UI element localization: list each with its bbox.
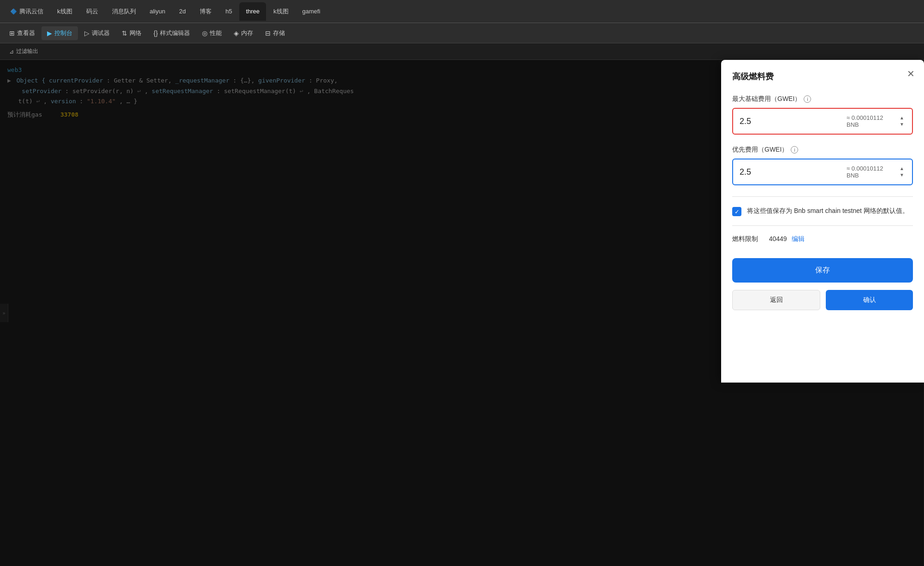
- memory-icon: ◈: [234, 29, 239, 37]
- modal-close-button[interactable]: ✕: [905, 67, 917, 80]
- save-button[interactable]: 保存: [732, 258, 913, 283]
- toolbar-performance[interactable]: ◎ 性能: [196, 26, 227, 40]
- priority-fee-up-button[interactable]: ▲: [898, 166, 906, 171]
- fuel-limit-row: 燃料限制 40449 编辑: [732, 235, 913, 243]
- storage-icon: ⊟: [265, 29, 271, 37]
- viewer-icon: ⊞: [9, 29, 15, 37]
- modal-overlay: 高级燃料费 ✕ 最大基础费用（GWEI） i ≈ 0.00010112 BNB …: [0, 60, 924, 566]
- toolbar-viewer[interactable]: ⊞ 查看器: [4, 26, 41, 40]
- save-defaults-checkbox[interactable]: ✓: [732, 207, 741, 216]
- toolbar-memory[interactable]: ◈ 内存: [228, 26, 259, 40]
- priority-fee-input[interactable]: [740, 167, 847, 177]
- debugger-icon: ▷: [84, 29, 89, 37]
- max-base-fee-info-icon[interactable]: i: [804, 95, 811, 103]
- filter-bar: ⊿ 过滤输出: [0, 43, 924, 60]
- priority-fee-spinner: ▲ ▼: [898, 166, 906, 178]
- tab-blog[interactable]: 博客: [193, 2, 218, 21]
- priority-fee-info-icon[interactable]: i: [791, 146, 798, 153]
- toolbar-debugger[interactable]: ▷ 调试器: [79, 26, 115, 40]
- tab-kxian2[interactable]: k线图: [267, 2, 295, 21]
- bottom-buttons: 返回 确认: [732, 290, 913, 310]
- priority-fee-input-group: ≈ 0.00010112 BNB ▲ ▼: [732, 159, 913, 185]
- console-icon: ▶: [47, 29, 52, 37]
- max-base-fee-hint: ≈ 0.00010112 BNB: [847, 114, 894, 128]
- max-base-fee-input[interactable]: [740, 117, 847, 126]
- save-defaults-label: 将这些值保存为 Bnb smart chain testnet 网络的默认值。: [747, 206, 909, 216]
- tab-three[interactable]: three: [239, 2, 266, 21]
- separator-1: [732, 196, 913, 197]
- confirm-button[interactable]: 确认: [826, 290, 913, 310]
- priority-fee-label: 优先费用（GWEI） i: [732, 146, 913, 154]
- yuyun-icon: 🔷: [10, 8, 17, 15]
- advanced-gas-modal: 高级燃料费 ✕ 最大基础费用（GWEI） i ≈ 0.00010112 BNB …: [721, 60, 924, 383]
- tab-h5[interactable]: h5: [219, 2, 238, 21]
- save-defaults-row: ✓ 将这些值保存为 Bnb smart chain testnet 网络的默认值…: [732, 206, 913, 216]
- browser-tabs-bar: 🔷 腾讯云信 k线图 码云 消息队列 aliyun 2d 博客 h5 three…: [0, 0, 924, 23]
- fuel-limit-edit-link[interactable]: 编辑: [792, 235, 805, 242]
- tab-gamefi[interactable]: gamefi: [296, 2, 327, 21]
- priority-fee-hint: ≈ 0.00010112 BNB: [847, 165, 894, 179]
- toolbar-style-editor[interactable]: {} 样式编辑器: [148, 26, 195, 40]
- tab-yuyun[interactable]: 🔷 腾讯云信: [4, 2, 50, 21]
- filter-output-button[interactable]: ⊿ 过滤输出: [6, 46, 42, 57]
- max-base-fee-up-button[interactable]: ▲: [898, 115, 906, 121]
- priority-fee-down-button[interactable]: ▼: [898, 172, 906, 178]
- style-editor-icon: {}: [154, 29, 158, 37]
- tab-2d[interactable]: 2d: [172, 2, 192, 21]
- toolbar-storage[interactable]: ⊟ 存储: [260, 26, 290, 40]
- max-base-fee-label: 最大基础费用（GWEI） i: [732, 95, 913, 103]
- performance-icon: ◎: [202, 29, 207, 37]
- toolbar-console[interactable]: ▶ 控制台: [41, 26, 78, 40]
- tab-kxian1[interactable]: k线图: [51, 2, 79, 21]
- checkmark-icon: ✓: [734, 208, 740, 215]
- tab-msgqueue[interactable]: 消息队列: [106, 2, 142, 21]
- tab-aliyun[interactable]: aliyun: [143, 2, 172, 21]
- max-base-fee-input-group: ≈ 0.00010112 BNB ▲ ▼: [732, 108, 913, 135]
- filter-icon: ⊿: [9, 48, 14, 55]
- modal-title: 高级燃料费: [732, 71, 913, 82]
- max-base-fee-spinner: ▲ ▼: [898, 115, 906, 127]
- max-base-fee-down-button[interactable]: ▼: [898, 122, 906, 127]
- network-icon: ⇅: [122, 29, 127, 37]
- separator-2: [732, 225, 913, 226]
- toolbar-network[interactable]: ⇅ 网络: [116, 26, 147, 40]
- tab-mcloud[interactable]: 码云: [80, 2, 105, 21]
- cancel-button[interactable]: 返回: [732, 290, 820, 310]
- devtools-toolbar: ⊞ 查看器 ▶ 控制台 ▷ 调试器 ⇅ 网络 {} 样式编辑器 ◎ 性能 ◈ 内…: [0, 23, 924, 43]
- main-layout: web3 ▶ Object { currentProvider : Getter…: [0, 60, 924, 566]
